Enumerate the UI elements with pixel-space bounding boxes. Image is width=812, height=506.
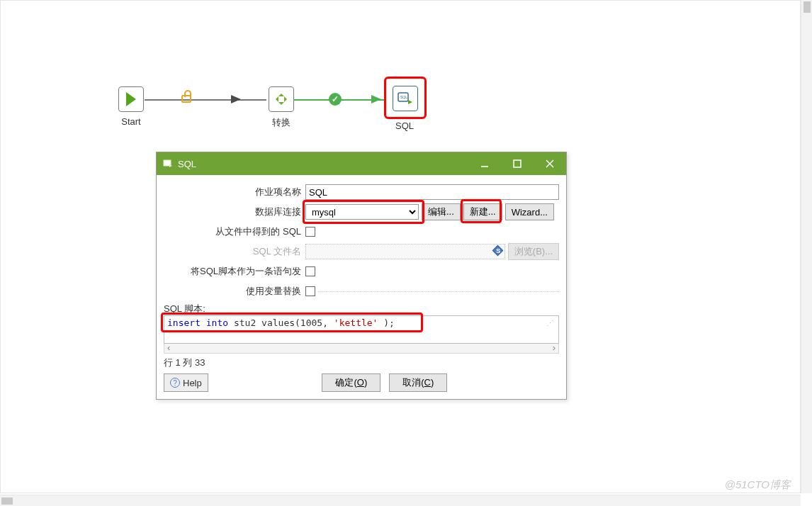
- sql-from-file-checkbox[interactable]: [305, 227, 315, 237]
- node-start[interactable]: Start: [113, 86, 149, 127]
- variable-icon: [492, 245, 504, 257]
- node-label: SQL: [395, 120, 414, 131]
- check-icon: ✓: [329, 93, 342, 106]
- flow-canvas: Start 转换 ✓ SQL SQL: [0, 0, 799, 492]
- node-label: Start: [113, 116, 149, 127]
- vertical-scrollbar[interactable]: [801, 0, 812, 493]
- dotted-filler: [318, 291, 559, 292]
- resize-grip-icon: ⋰: [546, 319, 554, 328]
- label-single-stmt: 将SQL脚本作为一条语句发: [164, 265, 305, 278]
- sql-text: );: [383, 317, 395, 328]
- lock-icon: [181, 95, 191, 103]
- sql-editor-scrollbar[interactable]: [164, 344, 559, 354]
- connector: [241, 99, 266, 101]
- arrowhead-icon: [371, 95, 381, 103]
- horizontal-scrollbar[interactable]: [0, 495, 801, 506]
- edit-connection-button[interactable]: 编辑...: [422, 203, 461, 220]
- sql-dialog: SQL 作业项名称 数据库连接 mysql: [156, 152, 567, 400]
- sql-filename-input: [305, 244, 505, 259]
- new-connection-button[interactable]: 新建...: [463, 203, 502, 220]
- dialog-title: SQL: [178, 159, 196, 169]
- sql-kw: into: [206, 317, 228, 328]
- arrowhead-icon: [231, 95, 241, 103]
- cancel-button[interactable]: 取消(C): [389, 373, 447, 392]
- cursor-position: 行 1 列 33: [164, 356, 559, 369]
- label-job-name: 作业项名称: [164, 186, 305, 198]
- variable-replace-checkbox[interactable]: [305, 286, 315, 296]
- dialog-title-icon: [162, 158, 174, 169]
- sql-kw: insert: [167, 317, 201, 328]
- node-label: 转换: [264, 116, 299, 129]
- label-sql-from-file: 从文件中得到的 SQL: [164, 225, 305, 238]
- job-name-input[interactable]: [305, 184, 559, 200]
- sql-editor[interactable]: insert into stu2 values(1005, 'kettle' )…: [164, 315, 559, 344]
- dialog-titlebar[interactable]: SQL: [157, 152, 566, 175]
- svg-text:SQL: SQL: [400, 95, 407, 99]
- node-sql-highlight: SQL: [384, 77, 427, 119]
- db-connection-select[interactable]: mysql: [305, 204, 419, 220]
- sql-icon[interactable]: SQL: [393, 86, 418, 111]
- label-sql-filename: SQL 文件名: [164, 245, 305, 258]
- close-button[interactable]: [534, 152, 566, 175]
- dialog-body: 作业项名称 数据库连接 mysql 编辑... 新建... Wizard...: [157, 175, 566, 399]
- svg-marker-2: [408, 100, 412, 104]
- wizard-button[interactable]: Wizard...: [505, 203, 554, 220]
- sql-string: 'kettle': [334, 317, 378, 328]
- label-sql-script: SQL 脚本:: [164, 303, 559, 315]
- maximize-button[interactable]: [501, 152, 534, 175]
- help-icon: ?: [170, 378, 180, 388]
- sql-text: stu2 values(1005,: [234, 317, 328, 328]
- svg-rect-6: [514, 160, 521, 167]
- browse-button: 浏览(B)...: [508, 243, 559, 260]
- label-var-replace: 使用变量替换: [164, 285, 305, 298]
- label-db-conn: 数据库连接: [164, 206, 305, 218]
- transform-icon: [269, 86, 294, 112]
- single-statement-checkbox[interactable]: [305, 266, 315, 276]
- minimize-button[interactable]: [468, 152, 501, 175]
- node-transform[interactable]: 转换: [264, 86, 299, 129]
- play-icon: [118, 86, 144, 112]
- ok-button[interactable]: 确定(O): [322, 373, 380, 392]
- help-button[interactable]: ? Help: [164, 373, 208, 392]
